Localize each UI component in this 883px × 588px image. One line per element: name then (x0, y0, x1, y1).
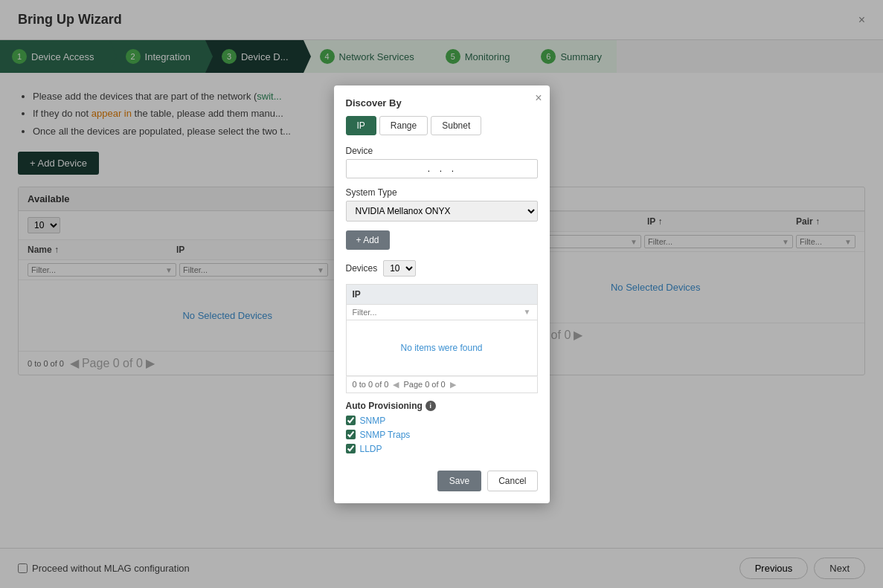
discover-range-tab[interactable]: Range (379, 116, 428, 135)
devices-count-select[interactable]: 10 (383, 260, 416, 277)
snmp-label: SNMP (360, 416, 386, 426)
auto-prov-label: Auto Provisioning (346, 401, 423, 411)
discover-by-group: Discover By IP Range Subnet (346, 97, 538, 135)
snmp-traps-label: SNMP Traps (360, 430, 411, 440)
info-icon[interactable]: i (426, 401, 436, 411)
device-ip-group: Device (346, 146, 538, 178)
modal-close-button[interactable]: × (535, 91, 542, 105)
modal-overlay: × Discover By IP Range Subnet Device (0, 0, 883, 588)
modal-footer: Save Cancel (346, 465, 538, 491)
snmp-checkbox-item: SNMP (346, 416, 538, 426)
modal-page: Page 0 of 0 (403, 380, 445, 389)
modal-filter-row: ▼ (346, 304, 538, 320)
modal-save-button[interactable]: Save (437, 471, 481, 491)
snmp-traps-checkbox-item: SNMP Traps (346, 430, 538, 440)
modal-filter-icon: ▼ (524, 308, 531, 316)
lldp-label: LLDP (360, 444, 382, 454)
modal-nav-next[interactable]: ▶ (450, 380, 456, 390)
device-label: Device (346, 146, 538, 156)
modal-add-button[interactable]: + Add (346, 230, 390, 250)
modal-cancel-button[interactable]: Cancel (487, 471, 537, 491)
auto-prov-title: Auto Provisioning i (346, 401, 538, 411)
discover-tabs: IP Range Subnet (346, 116, 538, 135)
devices-row: Devices 10 (346, 260, 538, 277)
modal-filter-input[interactable] (353, 308, 521, 317)
discover-by-label: Discover By (346, 97, 538, 109)
lldp-checkbox[interactable] (346, 444, 356, 453)
discover-subnet-tab[interactable]: Subnet (431, 116, 481, 135)
modal-nav-prev[interactable]: ◀ (393, 380, 399, 390)
lldp-checkbox-item: LLDP (346, 444, 538, 454)
system-type-group: System Type NVIDIA Mellanox ONYX (346, 187, 538, 222)
discover-ip-tab[interactable]: IP (346, 116, 376, 135)
device-ip-input[interactable] (346, 159, 538, 178)
add-device-modal: × Discover By IP Range Subnet Device (334, 85, 550, 503)
modal-table-footer: 0 to 0 of 0 ◀ Page 0 of 0 ▶ (346, 376, 538, 393)
wizard-container: Bring Up Wizard × 1 Device Access 2 Inte… (0, 0, 883, 588)
modal-body: Discover By IP Range Subnet Device Syste… (334, 85, 550, 503)
modal-empty-text: No items were found (400, 343, 482, 353)
snmp-traps-checkbox[interactable] (346, 430, 356, 439)
snmp-checkbox[interactable] (346, 416, 356, 425)
modal-table-empty: No items were found (346, 320, 538, 376)
devices-label: Devices (346, 263, 378, 274)
system-type-select[interactable]: NVIDIA Mellanox ONYX (346, 201, 538, 222)
modal-table-header: IP (346, 284, 538, 304)
system-type-label: System Type (346, 187, 538, 198)
modal-range: 0 to 0 of 0 (353, 380, 389, 389)
auto-provisioning-section: Auto Provisioning i SNMP SNMP Traps LLDP (346, 401, 538, 454)
